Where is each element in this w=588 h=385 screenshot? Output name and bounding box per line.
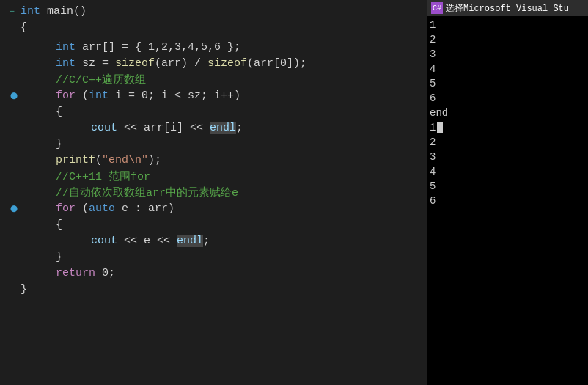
console-line-9: 3 — [430, 150, 585, 164]
kw-auto: auto — [89, 202, 115, 215]
sizeof2: sizeof — [207, 57, 247, 70]
code-text: main() — [40, 5, 87, 18]
breakpoint-1: ⬤ — [10, 92, 18, 100]
console-line-8: 2 — [430, 135, 585, 150]
printf-fn: printf — [56, 154, 95, 166]
sz-decl: sz = — [76, 57, 115, 70]
cout-2: cout — [91, 235, 117, 247]
console-line-7: 1 — [430, 120, 585, 135]
keyword-int: int — [21, 5, 40, 18]
kw-int-arr: int — [56, 41, 76, 54]
console-line-12: 6 — [430, 194, 585, 208]
kw-for-2: for — [56, 202, 76, 215]
console-content: 1 2 3 4 5 6 end 1 2 3 4 5 6 — [427, 16, 588, 210]
cursor — [437, 122, 443, 133]
console-line-3: 3 — [430, 47, 585, 62]
arr-decl: arr[] = { 1,2,3,4,5,6 }; — [76, 41, 240, 54]
console-window: C# 选择Microsoft Visual Stu 1 2 3 4 5 6 en… — [427, 0, 588, 385]
breakpoint-2: ⬤ — [10, 205, 18, 213]
comment-cpp11: //C++11 范围for — [56, 169, 150, 183]
comment-auto: //自动依次取数组arr中的元素赋给e — [56, 186, 238, 199]
console-line-10: 4 — [430, 164, 585, 179]
line-indicator: ═ — [10, 7, 14, 15]
sizeof1: sizeof — [115, 57, 155, 70]
console-line-end: end — [430, 106, 585, 120]
comment-traverse: //C/C++遍历数组 — [56, 73, 146, 87]
console-line-4: 4 — [430, 62, 585, 76]
kw-int-i: int — [89, 89, 109, 102]
brace-open: { — [21, 21, 27, 34]
string-end: "end\n" — [102, 154, 148, 166]
console-title-bar: C# 选择Microsoft Visual Stu — [427, 0, 588, 16]
console-line-5: 5 — [430, 76, 585, 91]
console-line-1: 1 — [430, 18, 585, 32]
left-gutter — [0, 0, 4, 385]
console-title-text: 选择Microsoft Visual Stu — [446, 2, 569, 15]
console-line-2: 2 — [430, 32, 585, 47]
endl-1: endl — [210, 122, 236, 134]
kw-int-sz: int — [56, 57, 76, 70]
console-line-6: 6 — [430, 91, 585, 106]
kw-for-1: for — [56, 89, 76, 102]
kw-return: return — [56, 267, 95, 279]
endl-2: endl — [177, 235, 203, 247]
cout-1: cout — [91, 122, 117, 134]
console-icon: C# — [431, 2, 443, 14]
console-line-11: 5 — [430, 179, 585, 194]
